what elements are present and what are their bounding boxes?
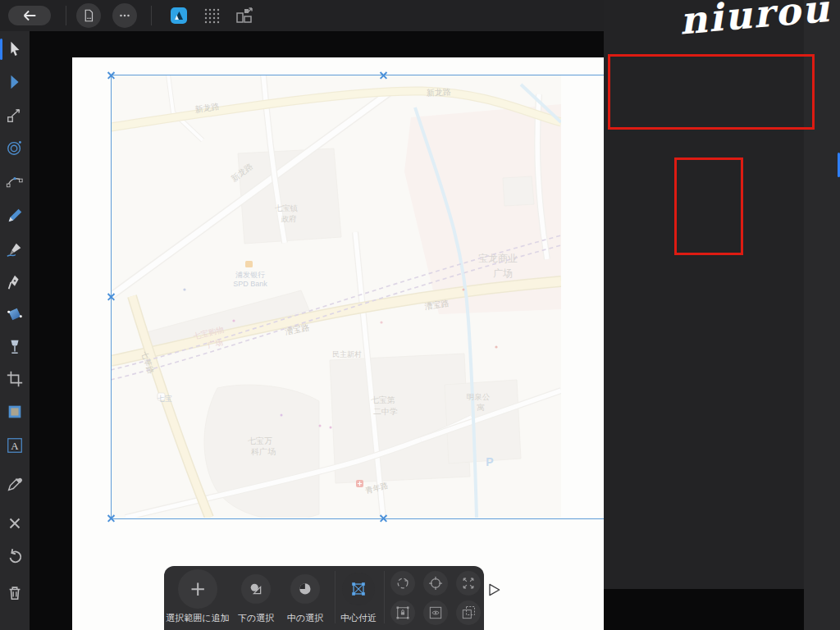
select-inside-button[interactable]: [290, 574, 320, 604]
pixel-persona-icon: [202, 6, 221, 25]
panel-footer: [604, 589, 804, 630]
target-icon: [427, 575, 444, 591]
fountain-pen-icon: [6, 274, 24, 292]
undo-button[interactable]: [6, 547, 24, 565]
box-duplicate-icon: [460, 605, 477, 621]
select-below-icon: [248, 581, 264, 597]
close-icon: [6, 514, 24, 532]
scale-button[interactable]: [456, 571, 481, 596]
pen-icon: [6, 171, 24, 189]
transparency-tool[interactable]: [6, 338, 24, 356]
box-lock-icon: [395, 605, 411, 621]
fill-icon: [6, 305, 24, 323]
undo-icon: [6, 547, 24, 565]
designer-persona-button[interactable]: [167, 4, 190, 27]
preview-play-button[interactable]: [486, 582, 502, 598]
selection-bounding-box[interactable]: [111, 75, 604, 519]
selection-action-bar: 選択範囲に追加下の選択中の選択中心付近: [164, 566, 484, 630]
shape-tool[interactable]: [6, 403, 24, 421]
contour-tool[interactable]: [6, 139, 24, 157]
top-toolbar: [0, 0, 604, 31]
node-tool[interactable]: [6, 73, 24, 91]
selection-handle[interactable]: [379, 71, 388, 80]
vector-brush-icon: [6, 241, 24, 259]
cancel-button[interactable]: [6, 514, 24, 532]
designer-persona-icon: [169, 6, 189, 25]
duplicate-button[interactable]: [456, 600, 481, 625]
more-button[interactable]: [112, 3, 137, 28]
cursor-icon: [6, 40, 24, 58]
crop-icon: [6, 370, 24, 388]
near-center-button-label: 中心付近: [340, 612, 377, 624]
canvas-area[interactable]: 新龙路新龙路新龙路宝龙商业广场七宝镇政府浦发银行SPD Bank漕宝路漕宝路七宝…: [30, 31, 604, 630]
fill-tool[interactable]: [6, 305, 24, 323]
select-inside-button-label: 中の選択: [287, 612, 323, 624]
point-transform-icon: [6, 106, 24, 124]
expand-icon: [460, 575, 477, 591]
contour-icon: [6, 139, 24, 157]
select-inside-icon: [297, 581, 313, 597]
near-center-button[interactable]: [342, 573, 375, 605]
add-to-selection-button[interactable]: [178, 569, 217, 609]
move-tool[interactable]: [6, 40, 24, 58]
toolbar-divider: [384, 571, 385, 623]
selected-tool-indicator: [0, 39, 2, 60]
vector-brush-tool[interactable]: [6, 241, 24, 259]
text-tool[interactable]: A: [6, 436, 24, 454]
selection-handle[interactable]: [107, 292, 116, 301]
arrow-left-icon: [21, 7, 39, 25]
layer-options-panel: レイヤーオプション IMG_4801jpeg 不透明度 40 % 通常 表示ロッ…: [604, 0, 804, 630]
back-button[interactable]: [8, 6, 51, 25]
toolbar-divider: [151, 6, 152, 25]
right-edge-bar: Optfxa12pt‹›?: [804, 0, 840, 630]
document-icon: [81, 8, 96, 23]
eyedropper-icon: [6, 475, 24, 493]
export-persona-button[interactable]: [233, 4, 256, 27]
selection-handle[interactable]: [107, 514, 116, 523]
cycle-icon: [395, 575, 411, 591]
pixel-persona-button[interactable]: [200, 4, 223, 27]
svg-text:A: A: [11, 441, 19, 452]
export-persona-icon: [235, 6, 254, 25]
anchor-box-button[interactable]: [390, 600, 415, 625]
selection-handle[interactable]: [379, 514, 388, 523]
transform-cycle-button[interactable]: [390, 571, 415, 596]
toolbar-divider: [335, 571, 336, 623]
transparency-icon: [6, 338, 24, 356]
shape-icon: [6, 403, 24, 421]
selection-handle[interactable]: [107, 71, 116, 80]
plus-icon: [187, 578, 208, 600]
node-cursor-icon: [6, 73, 24, 91]
crop-tool[interactable]: [6, 370, 24, 388]
pencil-icon: [6, 207, 24, 225]
trash-icon: [6, 584, 24, 602]
left-tool-bar: A: [0, 31, 30, 630]
point-transform-tool[interactable]: [6, 106, 24, 124]
show-selection-button[interactable]: [423, 600, 448, 625]
text-icon: A: [6, 436, 24, 454]
delete-button[interactable]: [6, 584, 24, 602]
ellipsis-icon: [117, 8, 132, 23]
select-below-button-label: 下の選択: [238, 612, 274, 624]
add-to-selection-button-label: 選択範囲に追加: [166, 612, 229, 624]
select-below-button[interactable]: [241, 574, 271, 604]
fountain-pen-tool[interactable]: [6, 274, 24, 292]
pencil-tool[interactable]: [6, 207, 24, 225]
color-picker-tool[interactable]: [6, 475, 24, 493]
box-eye-icon: [427, 605, 444, 621]
marquee-nodes-icon: [349, 580, 368, 598]
target-button[interactable]: [423, 571, 448, 596]
document-button[interactable]: [76, 3, 101, 28]
toolbar-divider: [66, 6, 66, 25]
pen-tool[interactable]: [6, 171, 24, 189]
